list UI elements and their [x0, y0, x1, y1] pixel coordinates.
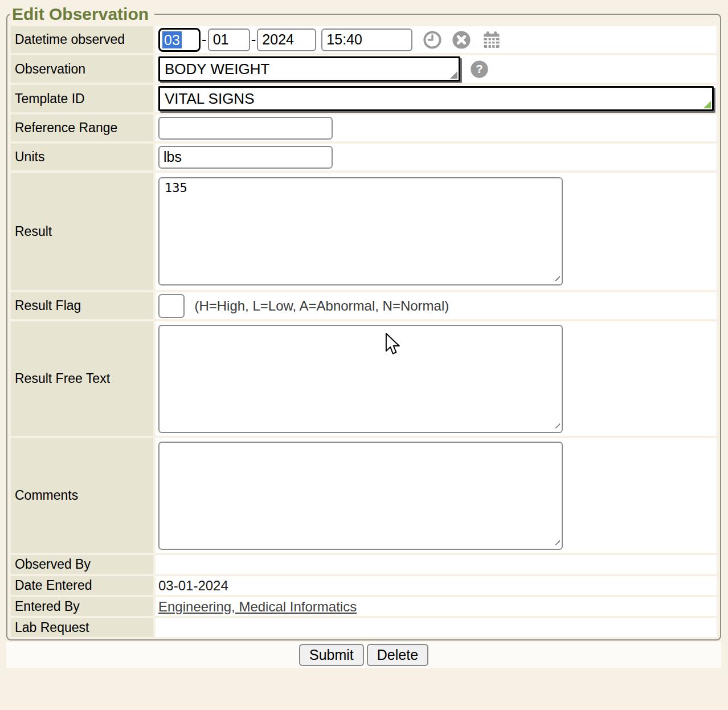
svg-text:?: ? [476, 62, 484, 75]
reference-range-label: Reference Range [11, 115, 153, 141]
result-value-cell: 135 [156, 173, 717, 290]
datetime-year-input[interactable] [257, 28, 316, 51]
row-lab-request: Lab Request [11, 618, 717, 637]
comments-label: Comments [11, 438, 153, 553]
row-comments: Comments [11, 438, 717, 553]
edit-observation-page: Edit Observation Datetime observed 03-- [0, 0, 728, 668]
result-free-text-value-cell [156, 321, 717, 436]
date-separator: - [202, 31, 207, 48]
entered-by-link[interactable]: Engineering, Medical Informatics [158, 599, 357, 614]
result-label: Result [11, 173, 153, 290]
observation-combo [158, 56, 460, 81]
result-flag-value-cell: (H=High, L=Low, A=Abnormal, N=Normal) [156, 292, 717, 319]
template-id-value-cell [156, 85, 717, 112]
template-id-label: Template ID [11, 85, 153, 112]
row-entered-by: Entered By Engineering, Medical Informat… [11, 597, 717, 616]
row-template-id: Template ID [11, 85, 717, 112]
datetime-observed-value-cell: 03-- [156, 26, 717, 53]
result-flag-input[interactable] [158, 294, 185, 318]
date-entered-label: Date Entered [11, 576, 153, 595]
observation-form-table: Datetime observed 03-- Observation [9, 24, 719, 639]
template-id-combo [158, 86, 714, 111]
calendar-icon[interactable] [481, 30, 502, 50]
template-id-input[interactable] [158, 86, 714, 111]
comments-textarea[interactable] [158, 442, 563, 550]
observation-label: Observation [11, 55, 153, 83]
row-reference-range: Reference Range [11, 115, 717, 141]
result-free-text-label: Result Free Text [11, 321, 153, 436]
datetime-month-selected-text: 03 [162, 31, 182, 48]
clock-icon[interactable] [423, 30, 442, 50]
edit-observation-fieldset: Edit Observation Datetime observed 03-- [6, 5, 721, 640]
observed-by-value [156, 555, 717, 574]
observation-input[interactable] [158, 56, 460, 81]
reference-range-value-cell [156, 115, 717, 141]
result-free-text-textarea[interactable] [158, 325, 563, 433]
row-date-entered: Date Entered 03-01-2024 [11, 576, 717, 595]
result-flag-label: Result Flag [11, 292, 153, 319]
entered-by-label: Entered By [11, 597, 153, 616]
date-separator: - [251, 31, 256, 48]
comments-value-cell [156, 438, 717, 553]
observation-value-cell: ? [156, 55, 717, 83]
form-button-bar: Submit Delete [6, 642, 721, 668]
reference-range-input[interactable] [158, 117, 333, 140]
datetime-observed-label: Datetime observed [11, 26, 153, 53]
date-entered-value: 03-01-2024 [156, 576, 717, 595]
units-input[interactable] [158, 146, 333, 169]
observed-by-label: Observed By [11, 555, 153, 574]
datetime-month-input[interactable]: 03 [158, 28, 201, 52]
result-textarea[interactable]: 135 [158, 177, 563, 285]
units-label: Units [11, 144, 153, 170]
help-icon[interactable]: ? [470, 60, 489, 79]
lab-request-label: Lab Request [11, 618, 153, 637]
row-observed-by: Observed By [11, 555, 717, 574]
page-title: Edit Observation [10, 5, 154, 24]
lab-request-value [156, 618, 717, 637]
row-units: Units [11, 144, 717, 170]
row-result: Result 135 [11, 173, 717, 290]
datetime-day-input[interactable] [208, 28, 250, 51]
row-observation: Observation ? [11, 55, 717, 83]
units-value-cell [156, 144, 717, 170]
clear-icon[interactable] [452, 30, 471, 50]
delete-button[interactable]: Delete [367, 644, 428, 666]
submit-button[interactable]: Submit [299, 644, 364, 666]
result-flag-hint: (H=High, L=Low, A=Abnormal, N=Normal) [194, 298, 449, 313]
row-result-free-text: Result Free Text [11, 321, 717, 436]
row-datetime: Datetime observed 03-- [11, 26, 717, 53]
datetime-time-input[interactable] [321, 28, 412, 51]
row-result-flag: Result Flag (H=High, L=Low, A=Abnormal, … [11, 292, 717, 319]
entered-by-value-cell: Engineering, Medical Informatics [156, 597, 717, 616]
